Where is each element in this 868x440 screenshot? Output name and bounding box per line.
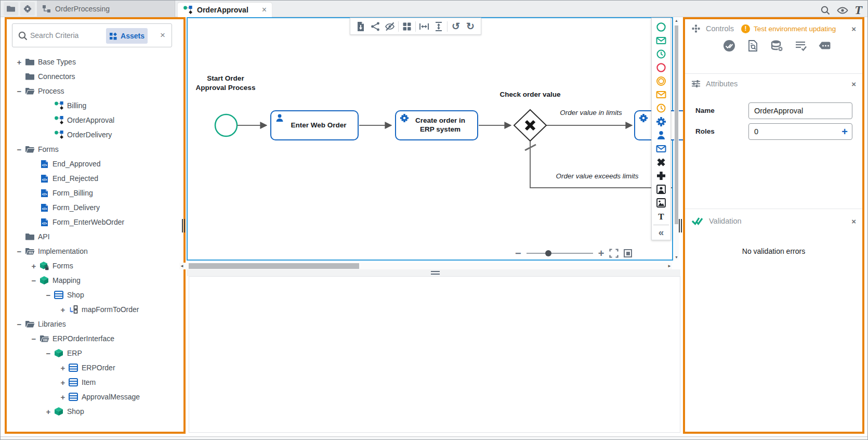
close-attributes-icon[interactable]: ×	[851, 80, 856, 88]
tree-item-connectors[interactable]: Connectors	[7, 69, 183, 84]
exclusive-gateway-tool[interactable]	[653, 156, 669, 169]
tree-item-mapping[interactable]: −Mapping	[7, 273, 183, 288]
expander[interactable]: +	[44, 407, 52, 416]
approve-check-icon[interactable]	[721, 38, 737, 54]
horizontal-scroll-thumb[interactable]	[189, 263, 359, 269]
right-splitter-handle[interactable]	[679, 219, 683, 232]
clear-search-icon[interactable]: ×	[160, 30, 165, 41]
tree-item-end-approved[interactable]: </>End_Approved	[7, 157, 183, 171]
tree-item-billing[interactable]: Billing	[7, 98, 183, 113]
fit-view-icon[interactable]	[624, 249, 632, 257]
bpmn-canvas[interactable]: Start Order Approval Process Check order…	[187, 17, 673, 261]
close-validation-icon[interactable]: ×	[851, 217, 856, 226]
splitter-handle[interactable]	[431, 271, 440, 275]
tree-item-form-billing[interactable]: </>Form_Billing	[7, 186, 183, 200]
task-enter-web-order[interactable]: Enter Web Order	[270, 110, 359, 140]
zoom-out-button[interactable]: −	[515, 248, 521, 258]
tree-item-erp[interactable]: −ERP	[7, 346, 183, 360]
tree-item-mapping-shop[interactable]: −Shop	[7, 288, 183, 302]
tree-item-end-rejected[interactable]: </>End_Rejected	[7, 171, 183, 186]
expander[interactable]: +	[59, 393, 67, 402]
tree-item-form-delivery[interactable]: </>Form_Delivery	[7, 200, 183, 215]
eye-icon[interactable]	[837, 6, 848, 15]
close-controls-icon[interactable]: ×	[851, 24, 856, 33]
start-event-shape[interactable]	[215, 114, 237, 136]
intermediate-event-tool[interactable]	[653, 74, 669, 88]
start-event-tool[interactable]	[653, 20, 669, 34]
tree-item-order-delivery[interactable]: OrderDelivery	[7, 127, 183, 142]
name-input[interactable]	[753, 105, 836, 117]
horizontal-splitter[interactable]	[187, 269, 680, 276]
left-splitter-handle[interactable]	[182, 219, 186, 232]
search-icon[interactable]	[820, 5, 831, 16]
scroll-down-icon[interactable]: ▼	[674, 255, 679, 259]
open-folder-button[interactable]	[4, 2, 18, 16]
tree-item-impl-forms[interactable]: +Forms	[7, 258, 183, 273]
tree-item-forms[interactable]: −Forms	[7, 142, 183, 157]
tree-item-base-types[interactable]: +Base Types	[7, 55, 183, 69]
assets-filter-chip[interactable]: Assets	[106, 28, 148, 44]
expander[interactable]: −	[15, 145, 23, 154]
document-search-icon[interactable]	[745, 38, 761, 54]
expander[interactable]: −	[44, 291, 52, 300]
tab-order-approval[interactable]: OrderApproval ×	[178, 3, 272, 17]
expander[interactable]: −	[15, 87, 23, 96]
message-start-event-tool[interactable]	[653, 34, 669, 47]
tab-order-processing[interactable]: OrderProcessing	[37, 1, 175, 17]
user-portrait-tool[interactable]	[653, 183, 669, 196]
tree-item-process[interactable]: −Process	[7, 84, 183, 98]
add-role-button[interactable]: +	[841, 126, 848, 137]
expander[interactable]: +	[59, 378, 67, 387]
fullscreen-icon[interactable]	[609, 249, 619, 258]
export-document-icon[interactable]	[353, 20, 368, 33]
search-input[interactable]	[29, 28, 102, 43]
redo-icon[interactable]: ↻	[463, 20, 478, 33]
expander[interactable]: +	[59, 364, 67, 372]
scroll-right-icon[interactable]: ►	[667, 264, 672, 268]
timer-start-event-tool[interactable]	[653, 47, 669, 61]
zoom-in-button[interactable]: +	[598, 248, 604, 258]
tree-item-form-enter-web-order[interactable]: </>Form_EnterWebOrder	[7, 215, 183, 229]
fit-height-icon[interactable]	[431, 20, 446, 33]
list-check-icon[interactable]	[793, 38, 809, 54]
task-create-order-erp[interactable]: Create order in ERP system	[395, 110, 478, 140]
fit-width-icon[interactable]	[417, 20, 431, 33]
image-tool[interactable]	[653, 196, 669, 210]
grid-icon[interactable]	[400, 20, 414, 33]
tree-item-map-form-to-order[interactable]: +mapFormToOrder	[7, 302, 183, 317]
end-event-tool[interactable]	[653, 61, 669, 74]
text-tool[interactable]: T	[653, 210, 669, 223]
settings-button[interactable]	[20, 2, 35, 16]
tree-item-libraries[interactable]: −Libraries	[7, 317, 183, 331]
hide-elements-icon[interactable]	[383, 20, 397, 33]
comment-dots-icon[interactable]	[817, 38, 833, 54]
database-clear-icon[interactable]	[769, 38, 785, 54]
zoom-slider[interactable]	[527, 253, 593, 254]
undo-icon[interactable]: ↺	[449, 20, 463, 33]
user-task-tool[interactable]	[653, 128, 669, 142]
expander[interactable]: −	[15, 320, 23, 329]
tree-item-api[interactable]: API	[7, 229, 183, 244]
parallel-gateway-tool[interactable]	[653, 169, 669, 183]
tree-item-item[interactable]: +Item	[7, 375, 183, 390]
canvas-vertical-scrollbar[interactable]: ▲ ▼	[674, 18, 679, 260]
expander[interactable]: −	[15, 247, 23, 256]
expander[interactable]: −	[44, 349, 52, 358]
roles-input[interactable]	[753, 126, 836, 137]
timer-intermediate-tool[interactable]	[653, 101, 669, 115]
tree-item-order-approval[interactable]: OrderApproval	[7, 113, 183, 127]
collapse-palette-icon[interactable]: «	[653, 225, 669, 238]
expander[interactable]: −	[30, 334, 38, 343]
scroll-up-icon[interactable]: ▲	[674, 19, 679, 22]
expander[interactable]: +	[30, 262, 38, 270]
vertical-scroll-thumb[interactable]	[675, 25, 678, 224]
scroll-left-icon[interactable]: ◄	[180, 264, 184, 268]
tree-item-approval-message[interactable]: +ApprovalMessage	[7, 390, 183, 404]
service-task-tool[interactable]	[653, 115, 669, 128]
expander[interactable]: −	[30, 276, 38, 285]
share-icon[interactable]	[368, 20, 383, 33]
tree-item-erp-order-interface[interactable]: −ERPOrderInterface	[7, 331, 183, 346]
zoom-slider-handle[interactable]	[545, 250, 551, 256]
tree-item-implementation[interactable]: −Implementation	[7, 244, 183, 258]
tree-item-erp-order[interactable]: +ERPOrder	[7, 360, 183, 375]
